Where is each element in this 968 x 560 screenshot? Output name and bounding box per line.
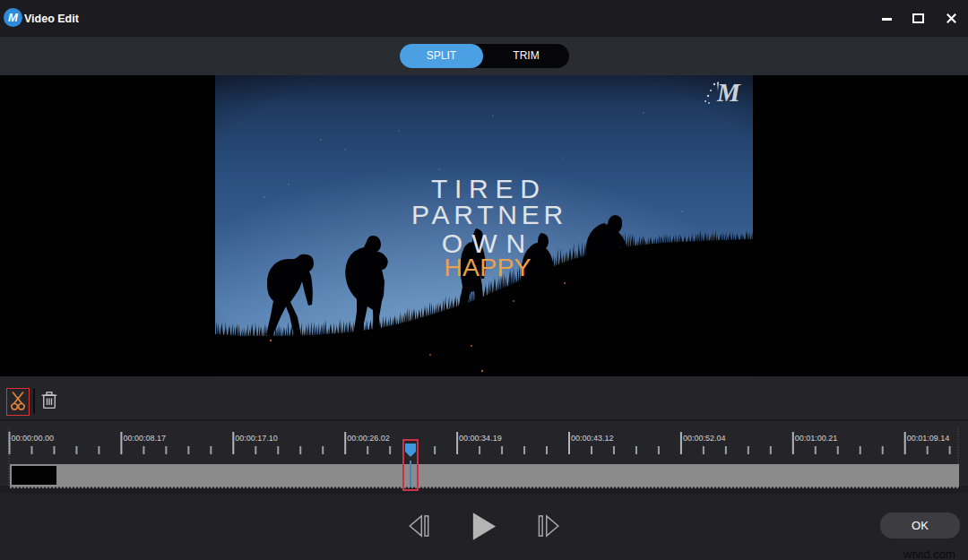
svg-text:00:00:34.19: 00:00:34.19 [459,434,502,443]
svg-text:00:01:00.21: 00:01:00.21 [795,434,838,443]
svg-text:00:00:43.12: 00:00:43.12 [571,434,614,443]
svg-text:00:00:26.02: 00:00:26.02 [347,434,390,443]
svg-text:00:00:00.00: 00:00:00.00 [12,434,55,443]
svg-text:00:00:08.17: 00:00:08.17 [123,434,166,443]
svg-text:00:00:17.10: 00:00:17.10 [235,434,278,443]
svg-text:PARTNER: PARTNER [411,200,567,229]
svg-text:M: M [716,78,741,107]
svg-text:00:00:52.04: 00:00:52.04 [683,434,726,443]
svg-text:HAPPY: HAPPY [444,253,532,281]
svg-text:00:01:09.14: 00:01:09.14 [907,434,950,443]
